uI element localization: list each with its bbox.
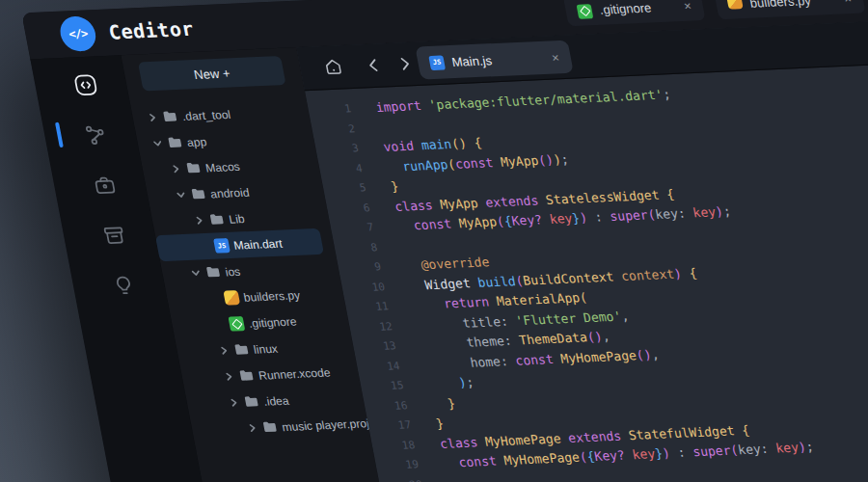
spacer (197, 240, 210, 253)
forward-chevron-icon[interactable] (393, 54, 417, 74)
line-number: 11 (344, 297, 391, 318)
app-title: Ceditor (107, 17, 196, 44)
code-text (378, 118, 382, 137)
activity-item-archive[interactable] (99, 223, 129, 249)
chevron-right-icon[interactable] (169, 163, 182, 175)
line-number: 2 (311, 120, 357, 141)
line-number: 7 (329, 218, 375, 239)
editor-pane: JS Main.js × 1import 'package:flutter/ma… (296, 9, 868, 482)
new-file-button[interactable]: New + (138, 56, 286, 92)
tab-main-js[interactable]: JS Main.js × (415, 40, 573, 80)
back-chevron-icon[interactable] (363, 55, 386, 75)
briefcase-icon (90, 173, 120, 199)
python-file-icon (223, 290, 240, 306)
line-number: 12 (348, 317, 394, 338)
folder-icon (233, 342, 251, 358)
tree-item-label: Macos (204, 159, 241, 174)
folder-icon (261, 419, 279, 435)
code-text: ); (427, 373, 476, 395)
close-icon[interactable]: × (537, 50, 560, 66)
tree-item-label: builders.py (242, 288, 301, 305)
chevron-right-icon[interactable] (217, 344, 231, 357)
folder-icon (204, 265, 222, 281)
code-text (400, 236, 404, 256)
tree-item-label: Main.dart (232, 236, 284, 252)
line-number: 1 (307, 99, 353, 120)
tree-item-label: .dart_tool (181, 107, 232, 122)
line-number: 15 (360, 376, 406, 397)
chevron-right-icon[interactable] (245, 422, 258, 435)
desktop-background: </> Ceditor .gitignore×builders.py× × Ne… (0, 0, 868, 482)
git-branch-icon (80, 122, 110, 148)
folder-icon (167, 135, 184, 150)
folder-icon (243, 394, 260, 410)
tree-item-label: music player.proj (281, 416, 370, 434)
tree-item-label: android (209, 185, 251, 201)
chevron-down-icon[interactable] (188, 267, 202, 280)
tilted-scene: </> Ceditor .gitignore×builders.py× × Ne… (10, 0, 868, 482)
line-number: 18 (370, 436, 417, 457)
chevron-right-icon[interactable] (192, 214, 205, 227)
folder-icon (190, 187, 207, 202)
close-icon[interactable]: × (669, 0, 692, 13)
tab-label: builders.py (748, 0, 812, 10)
folder-icon (208, 212, 226, 228)
line-number: 17 (366, 415, 413, 437)
line-number: 19 (374, 455, 420, 476)
chevron-right-icon[interactable] (222, 370, 235, 383)
chevron-down-icon[interactable] (174, 189, 187, 201)
line-number: 20 (378, 475, 424, 482)
home-icon[interactable] (322, 57, 345, 77)
tree-item-label: .idea (262, 393, 290, 408)
code-panel-icon (70, 72, 100, 98)
spacer (207, 292, 221, 305)
folder-icon (161, 109, 178, 124)
activity-item-explorer[interactable] (70, 72, 100, 98)
tree-item-label: .gitignore (248, 314, 298, 330)
line-number: 3 (314, 139, 361, 160)
chevron-right-icon[interactable] (227, 396, 240, 409)
tree-item-label: ios (224, 264, 241, 279)
header-tab-builders-py[interactable]: builders.py× (714, 0, 866, 19)
tab-label: Main.js (450, 53, 493, 69)
line-number: 9 (337, 257, 383, 279)
tree-item-label: linux (253, 341, 279, 356)
tree-item-label: Lib (228, 212, 246, 227)
archive-box-icon (99, 223, 129, 249)
active-indicator (55, 122, 64, 147)
line-number: 6 (326, 199, 372, 220)
line-number: 4 (318, 159, 365, 180)
gitignore-file-icon (228, 316, 245, 332)
code-text (446, 473, 449, 482)
activity-item-projects[interactable] (90, 173, 120, 199)
code-text: } (430, 393, 456, 415)
js-file-icon: JS (428, 55, 446, 70)
tree-item-label: Runner.xcode (258, 365, 332, 382)
python-file-icon (726, 0, 745, 13)
chevron-right-icon[interactable] (146, 112, 159, 124)
app-window: </> Ceditor .gitignore×builders.py× × Ne… (21, 0, 868, 482)
code-text: } (390, 177, 401, 198)
header-tab-strip: .gitignore×builders.py× (563, 0, 866, 26)
chevron-down-icon[interactable] (150, 138, 164, 150)
tab-label: .gitignore (598, 0, 652, 16)
folder-icon (238, 368, 256, 384)
code-text: } (434, 415, 446, 435)
line-number: 16 (363, 396, 409, 417)
activity-item-ideas[interactable] (109, 273, 139, 299)
line-number: 13 (352, 336, 398, 358)
app-logo-icon: </> (57, 15, 98, 52)
activity-item-source-control[interactable] (80, 122, 110, 148)
line-number: 10 (340, 278, 387, 299)
line-number: 8 (333, 238, 379, 259)
line-number: 5 (322, 178, 368, 200)
header-tab--gitignore[interactable]: .gitignore× (563, 0, 706, 26)
gitignore-file-icon (576, 1, 593, 19)
close-icon[interactable]: × (829, 0, 853, 7)
spacer (212, 318, 226, 331)
code-area[interactable]: 1import 'package:flutter/material.dart';… (305, 51, 868, 482)
lightbulb-icon (109, 273, 139, 299)
tree-item-label: app (186, 135, 208, 149)
line-number: 14 (356, 357, 402, 378)
dart-file-icon: JS (213, 238, 231, 254)
